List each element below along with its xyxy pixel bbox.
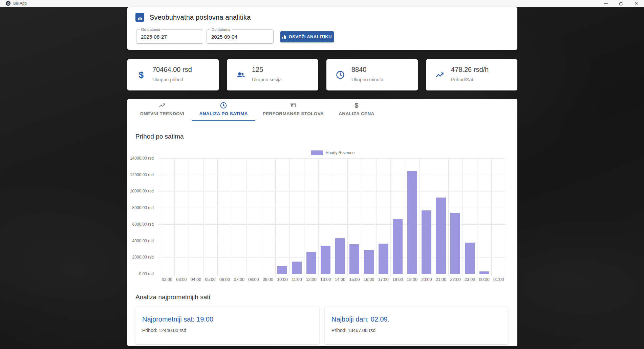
table-icon xyxy=(289,102,297,109)
x-axis-tick-label: 11:00 xyxy=(289,277,304,282)
x-gridline xyxy=(304,158,304,276)
stat-label: Ukupno minuta xyxy=(351,76,383,83)
x-axis-line xyxy=(160,274,506,274)
x-axis-tick-label: 02:00 xyxy=(159,277,174,282)
x-axis-tick-label: 04:00 xyxy=(188,277,203,282)
stat-card-total-revenue: $ 70464.00 rsd Ukupan prihod xyxy=(127,59,219,90)
legend-swatch xyxy=(311,150,323,155)
busiest-hours-heading: Analiza najprometnijih sati xyxy=(135,293,210,301)
x-gridline xyxy=(232,158,232,276)
x-gridline xyxy=(203,158,203,276)
x-gridline xyxy=(491,158,492,276)
x-axis-tick-label: 21:00 xyxy=(433,277,448,282)
revenue-bar xyxy=(407,171,417,274)
revenue-bar xyxy=(436,198,446,274)
x-axis-tick-label: 13:00 xyxy=(318,277,333,282)
x-axis-tick-label: 18:00 xyxy=(390,277,405,282)
revenue-bar xyxy=(364,250,374,274)
x-axis-tick-label: 20:00 xyxy=(419,277,434,282)
minimize-button[interactable] xyxy=(598,0,614,7)
minimize-icon xyxy=(604,3,608,4)
clock-icon xyxy=(335,70,345,80)
active-tab-indicator xyxy=(192,120,255,121)
x-axis-tick-label: 00:00 xyxy=(477,277,492,282)
y-gridline xyxy=(158,175,506,175)
x-axis-tick-label: 15:00 xyxy=(347,277,362,282)
y-axis-tick-label: 6000.00 rsd xyxy=(113,222,154,227)
analytics-main-panel: DNEVNI TRENDOVI ANALIZA PO SATIMA PERFOR… xyxy=(127,99,517,346)
analytics-header-panel: Sveobuhvatna poslovna analitika Od datum… xyxy=(127,7,517,50)
stat-label: Ukupno sesija xyxy=(252,76,282,83)
window-title-bar: BilliApp ✕ xyxy=(0,0,644,7)
date-to-input[interactable] xyxy=(207,30,273,43)
y-axis-line xyxy=(160,158,160,276)
x-gridline xyxy=(506,158,506,276)
x-gridline xyxy=(376,158,377,276)
x-gridline xyxy=(390,158,391,276)
revenue-bar xyxy=(292,262,302,274)
x-gridline xyxy=(289,158,290,276)
date-from-input[interactable] xyxy=(136,30,203,43)
stat-value: 125 xyxy=(252,65,282,74)
stat-label: Ukupan prihod xyxy=(152,76,192,83)
analytics-tabs: DNEVNI TRENDOVI ANALIZA PO SATIMA PERFOR… xyxy=(133,99,382,121)
tab-dnevni-trendovi[interactable]: DNEVNI TRENDOVI xyxy=(133,99,192,121)
x-gridline xyxy=(405,158,405,276)
chart-plot-area: 0.00 rsd2000.00 rsd4000.00 rsd6000.00 rs… xyxy=(160,158,506,274)
legend-label: Hourly Revenue xyxy=(326,150,355,155)
x-gridline xyxy=(217,158,218,276)
revenue-bar xyxy=(349,244,359,274)
refresh-analytics-button[interactable]: OSVEŽI ANALITIKU xyxy=(280,31,334,42)
x-axis-tick-label: 05:00 xyxy=(203,277,218,282)
revenue-bar xyxy=(306,252,316,274)
dollar-icon: $ xyxy=(136,70,146,80)
x-axis-tick-label: 08:00 xyxy=(246,277,261,282)
x-gridline xyxy=(333,158,333,276)
y-axis-tick-label: 14000.00 rsd xyxy=(113,156,154,161)
busiest-hour-revenue: Prihod: 12440.00 rsd xyxy=(142,328,186,333)
analytics-icon xyxy=(135,13,144,22)
busiest-hour-title: Najprometniji sat: 19:00 xyxy=(142,315,213,323)
y-axis-tick-label: 10000.00 rsd xyxy=(113,189,154,193)
y-gridline xyxy=(158,158,506,159)
tab-analiza-po-satima[interactable]: ANALIZA PO SATIMA xyxy=(192,99,255,121)
y-axis-tick-label: 4000.00 rsd xyxy=(113,239,154,243)
revenue-bar xyxy=(450,213,460,274)
stat-value: 70464.00 rsd xyxy=(152,65,192,74)
x-gridline xyxy=(420,158,420,276)
x-axis-tick-label: 09:00 xyxy=(260,277,275,282)
x-gridline xyxy=(189,158,189,276)
trending-up-icon xyxy=(435,70,445,80)
y-axis-tick-label: 2000.00 rsd xyxy=(113,255,154,260)
revenue-bar xyxy=(335,238,345,274)
trending-up-icon xyxy=(158,102,166,109)
y-axis-tick-label: 8000.00 rsd xyxy=(113,205,154,210)
revenue-bar xyxy=(321,246,330,274)
y-axis-tick-label: 12000.00 rsd xyxy=(113,172,154,177)
clock-icon xyxy=(220,102,227,109)
x-axis-tick-label: 10:00 xyxy=(275,277,290,282)
chart-title: Prihod po satima xyxy=(135,133,184,140)
x-axis-tick-label: 03:00 xyxy=(174,277,189,282)
x-gridline xyxy=(174,158,175,276)
stat-value: 478.26 rsd/h xyxy=(451,65,489,74)
revenue-bar xyxy=(422,210,431,274)
app-logo-icon xyxy=(6,1,10,6)
x-axis-tick-label: 01:00 xyxy=(491,277,506,282)
x-axis-tick-label: 06:00 xyxy=(217,277,232,282)
revenue-bar xyxy=(379,244,388,274)
tab-analiza-cena[interactable]: $ ANALIZA CENA xyxy=(331,99,382,121)
x-gridline xyxy=(362,158,362,276)
x-axis-tick-label: 14:00 xyxy=(332,277,347,282)
date-to-field[interactable]: Do datuma xyxy=(207,29,274,44)
tab-performanse-stolova[interactable]: PERFORMANSE STOLOVA xyxy=(255,99,331,121)
restore-button[interactable] xyxy=(614,0,629,7)
x-gridline xyxy=(448,158,449,276)
date-from-field[interactable]: Od datuma xyxy=(136,29,203,44)
restore-icon xyxy=(619,2,623,5)
close-button[interactable]: ✕ xyxy=(629,0,644,7)
dollar-icon: $ xyxy=(355,102,359,109)
chart-legend: Hourly Revenue xyxy=(311,150,355,155)
x-axis-tick-label: 22:00 xyxy=(448,277,463,282)
x-gridline xyxy=(347,158,348,276)
